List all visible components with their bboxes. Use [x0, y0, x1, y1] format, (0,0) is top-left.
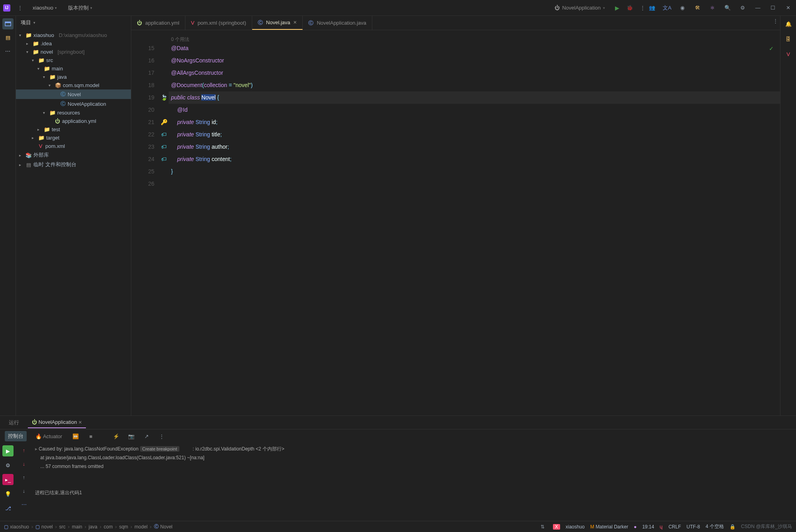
- tree-target[interactable]: ▸📁target: [16, 134, 131, 142]
- tab-novel-java[interactable]: ⒸNovel.java✕: [252, 16, 303, 30]
- vcs-dropdown[interactable]: 版本控制▾: [65, 3, 95, 13]
- tab-options-icon[interactable]: ⋮: [771, 16, 780, 25]
- status-project[interactable]: xiaoshuo: [566, 524, 585, 530]
- more-run-icon[interactable]: ⋮: [638, 3, 647, 13]
- error-badge[interactable]: X: [553, 524, 560, 530]
- status-encoding[interactable]: CRLF: [668, 524, 681, 530]
- run-config-selector[interactable]: ⏻ NovelApplication ▾: [551, 3, 609, 12]
- status-dot[interactable]: ●: [634, 524, 636, 530]
- console-more-icon[interactable]: ⋮: [157, 431, 166, 441]
- more-tool-icon[interactable]: ⋯: [2, 45, 14, 56]
- bc-model[interactable]: model: [134, 524, 148, 530]
- code-editor[interactable]: 151617181920212223242526 🍃 🔑 🏷 🏷 🏷 0 个用法…: [131, 30, 780, 416]
- tree-test[interactable]: ▸📁test: [16, 125, 131, 134]
- field-tag-icon[interactable]: 🏷: [159, 128, 169, 141]
- titlebar: IJ ⋮ xiaoshuo▾ 版本控制▾ ⏻ NovelApplication …: [0, 0, 796, 16]
- up-red-icon[interactable]: ↑: [19, 445, 29, 455]
- usage-hint[interactable]: 0 个用法: [169, 33, 780, 42]
- bc-main[interactable]: main: [72, 524, 82, 530]
- tree-external[interactable]: ▸📚外部库: [16, 150, 131, 160]
- console-output[interactable]: ▸ Caused by: java.lang.ClassNotFoundExce…: [32, 443, 796, 521]
- status-y[interactable]: ɥ: [660, 524, 663, 530]
- close-tab-icon[interactable]: ✕: [293, 20, 297, 25]
- attach-icon[interactable]: ⚡: [111, 431, 121, 441]
- status-time[interactable]: 19:14: [642, 524, 654, 530]
- tree-idea[interactable]: ▸📁.idea: [16, 39, 131, 48]
- bc-class[interactable]: ⒸNovel: [154, 523, 173, 530]
- tree-resources[interactable]: ▾📁resources: [16, 109, 131, 117]
- tab-application-yml[interactable]: ⏻application.yml: [131, 16, 185, 30]
- status-charset[interactable]: UTF-8: [687, 524, 700, 530]
- bc-com[interactable]: com: [104, 524, 113, 530]
- maximize-icon[interactable]: ☐: [768, 3, 778, 13]
- export-icon[interactable]: ↗: [142, 431, 151, 441]
- translate-icon[interactable]: 文A: [662, 3, 672, 13]
- run-gear-icon[interactable]: ⚙: [2, 460, 14, 471]
- sidebar-header[interactable]: 项目▾: [16, 16, 131, 29]
- problems-icon[interactable]: 💡: [2, 488, 14, 499]
- tree-main[interactable]: ▾📁main: [16, 64, 131, 73]
- maven-tool-icon[interactable]: V: [783, 49, 794, 60]
- field-tag-icon[interactable]: 🏷: [159, 153, 169, 165]
- run-tab-label[interactable]: 运行: [5, 417, 23, 429]
- up-icon[interactable]: ↑: [19, 472, 29, 482]
- tab-pom-xml[interactable]: Vpom.xml (springboot): [185, 16, 252, 30]
- bc-project[interactable]: ▢xiaoshuo: [4, 524, 29, 530]
- tree-app-yml[interactable]: ⏻application.yml: [16, 117, 131, 125]
- code-content[interactable]: 0 个用法 @Data @NoArgsConstructor @AllArgsC…: [169, 30, 780, 416]
- close-icon[interactable]: ✕: [783, 3, 793, 13]
- project-dropdown[interactable]: xiaoshuo▾: [29, 3, 60, 12]
- mongo-leaf-icon[interactable]: 🍃: [159, 91, 169, 104]
- main-menu-icon[interactable]: ⋮: [15, 3, 25, 13]
- camera-icon[interactable]: 📷: [127, 431, 136, 441]
- tree-scratches[interactable]: ▸▤临时 文件和控制台: [16, 160, 131, 169]
- bc-src[interactable]: src: [59, 524, 66, 530]
- structure-tool-icon[interactable]: ▤: [2, 32, 14, 43]
- down-icon[interactable]: ↓: [19, 486, 29, 495]
- project-tool-icon[interactable]: [2, 18, 14, 29]
- tree-src[interactable]: ▾📁src: [16, 56, 131, 64]
- tools-icon[interactable]: 🛠: [693, 3, 702, 13]
- heap-icon[interactable]: ⇅: [538, 522, 547, 532]
- debug-button[interactable]: 🐞: [625, 3, 634, 13]
- sync-icon[interactable]: ◉: [677, 3, 687, 13]
- run-button[interactable]: ▶: [612, 3, 622, 13]
- stop-icon[interactable]: ■: [86, 431, 95, 441]
- git-icon[interactable]: ⎇: [2, 503, 14, 514]
- status-lock-icon[interactable]: 🔒: [730, 524, 736, 530]
- run-left-strip: ▶ ⚙ ▸_ 💡 ⎇: [0, 443, 16, 521]
- notifications-icon[interactable]: 🔔: [783, 18, 794, 29]
- bc-sqm[interactable]: sqm: [119, 524, 128, 530]
- tree-novel-class[interactable]: ⒸNovel: [16, 89, 131, 99]
- tree-pom[interactable]: Vpom.xml: [16, 142, 131, 150]
- settings-icon[interactable]: ⚙: [738, 3, 747, 13]
- tab-novel-app-java[interactable]: ⒸNovelApplication.java: [303, 16, 372, 30]
- more-nav-icon[interactable]: ⋯: [19, 499, 29, 509]
- terminal-icon[interactable]: ▸_: [2, 474, 14, 485]
- watermark: CSDN @库库林_沙琪马: [741, 523, 792, 530]
- field-tag-icon[interactable]: 🏷: [159, 141, 169, 153]
- tree-package[interactable]: ▾📦com.sqm.model: [16, 81, 131, 89]
- status-theme[interactable]: M Material Darker: [590, 524, 628, 530]
- tree-novel-app[interactable]: ⒸNovelApplication: [16, 99, 131, 109]
- field-key-icon[interactable]: 🔑: [159, 116, 169, 128]
- bc-module[interactable]: ▢novel: [35, 524, 53, 530]
- down-red-icon[interactable]: ↓: [19, 459, 29, 468]
- minimize-icon[interactable]: —: [753, 3, 763, 13]
- rerun-icon[interactable]: ⏩: [71, 431, 80, 441]
- database-tool-icon[interactable]: 🗄: [783, 33, 794, 45]
- run-play-icon[interactable]: ▶: [2, 445, 14, 456]
- bc-java[interactable]: java: [89, 524, 97, 530]
- code-with-me-icon[interactable]: 👥: [647, 3, 657, 13]
- tree-root[interactable]: ▾📁xiaoshuo D:\xiangmu\xiaoshuo: [16, 31, 131, 39]
- tree-java[interactable]: ▾📁java: [16, 73, 131, 81]
- status-indent[interactable]: 4 个空格: [706, 523, 724, 530]
- inspection-check-icon[interactable]: ✓: [769, 45, 774, 52]
- console-tab[interactable]: 控制台: [5, 431, 27, 441]
- ide-logo[interactable]: IJ: [3, 4, 10, 12]
- run-config-tab[interactable]: ⏻ NovelApplication ✕: [28, 417, 86, 428]
- actuator-tab[interactable]: 🔥 Actuator: [32, 432, 65, 441]
- search-icon[interactable]: 🔍: [723, 3, 732, 13]
- atom-icon[interactable]: ⚛: [708, 3, 717, 13]
- tree-novel[interactable]: ▾📁novel [springboot]: [16, 48, 131, 56]
